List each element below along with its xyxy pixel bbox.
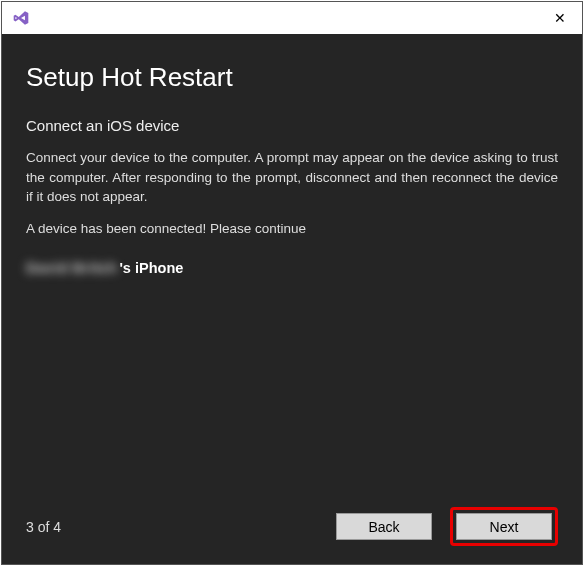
visual-studio-icon	[12, 9, 30, 27]
device-name-blurred: David Britch	[26, 260, 117, 276]
titlebar-left	[12, 9, 30, 27]
close-icon: ✕	[554, 10, 566, 26]
dialog-window: ✕ Setup Hot Restart Connect an iOS devic…	[1, 1, 583, 565]
next-button-highlight: Next	[450, 507, 558, 546]
page-title: Setup Hot Restart	[26, 62, 558, 93]
device-name: David Britch's iPhone	[26, 260, 558, 276]
button-row: Back Next	[336, 507, 558, 546]
device-name-suffix: 's iPhone	[119, 260, 183, 276]
back-button[interactable]: Back	[336, 513, 432, 540]
next-button[interactable]: Next	[456, 513, 552, 540]
close-button[interactable]: ✕	[548, 6, 572, 30]
footer: 3 of 4 Back Next	[26, 507, 558, 546]
status-text: A device has been connected! Please cont…	[26, 221, 558, 236]
page-subtitle: Connect an iOS device	[26, 117, 558, 134]
dialog-body: Setup Hot Restart Connect an iOS device …	[2, 34, 582, 564]
titlebar: ✕	[2, 2, 582, 34]
progress-indicator: 3 of 4	[26, 519, 61, 535]
instructions-text: Connect your device to the computer. A p…	[26, 148, 558, 207]
